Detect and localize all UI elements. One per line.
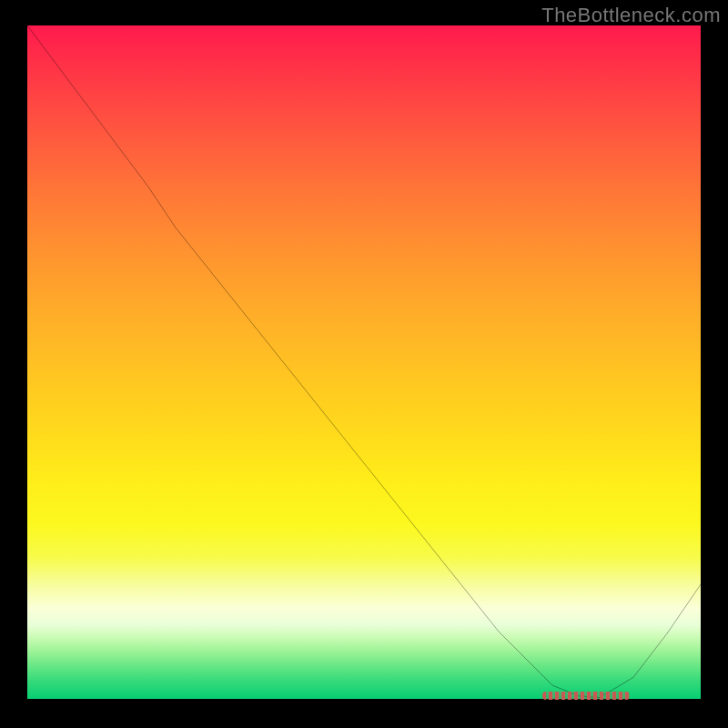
watermark-text: TheBottleneck.com (541, 4, 721, 27)
curve-path (27, 25, 701, 698)
chart-plot-area (27, 25, 701, 699)
optimal-range-marker (542, 692, 630, 700)
bottleneck-curve (27, 25, 701, 699)
